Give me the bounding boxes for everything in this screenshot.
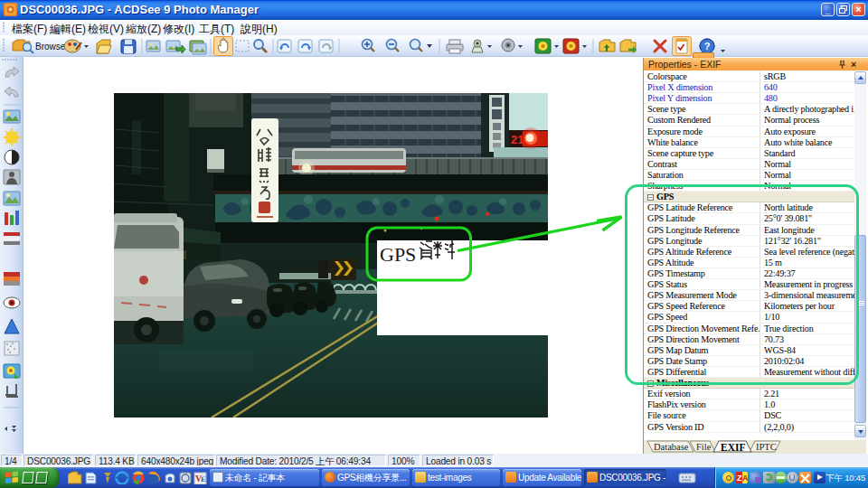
svg-text:EXIF: EXIF	[721, 442, 745, 453]
svg-text:IPTC: IPTC	[756, 442, 777, 452]
svg-text:File: File	[696, 442, 712, 452]
svg-text:?: ?	[704, 41, 711, 52]
svg-text:Browse: Browse	[35, 42, 66, 52]
svg-text:Database: Database	[654, 442, 689, 452]
